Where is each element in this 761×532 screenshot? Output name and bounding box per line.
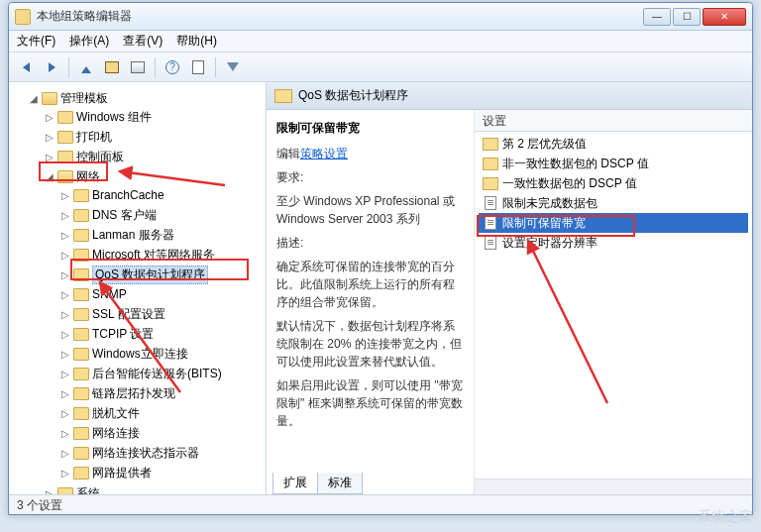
tree-node-network[interactable]: ◢ 网络 [45,167,266,185]
expand-icon[interactable]: ▷ [60,468,70,479]
menu-help[interactable]: 帮助(H) [176,33,217,50]
arrow-up-icon [81,61,91,73]
tab-extended[interactable]: 扩展 [272,473,318,494]
edit-label: 编辑 [276,147,300,160]
folder-icon [73,387,89,400]
tree-node[interactable]: ▷SSL 配置设置 [60,305,266,323]
tree-node[interactable]: ▷Microsoft 对等网络服务 [60,246,266,264]
settings-column-header[interactable]: 设置 [475,110,752,132]
tree-node[interactable]: ▷网路提供者 [60,464,266,481]
setting-item[interactable]: 设置定时器分辨率 [479,233,748,253]
description-text: 默认情况下，数据包计划程序将系统限制在 20% 的连接带宽之内，但可以使用此设置… [276,317,464,371]
folder-icon [483,177,498,190]
tree-node[interactable]: ▷Windows 组件 [45,108,266,126]
expand-icon[interactable]: ▷ [60,210,70,221]
filter-button[interactable] [222,56,244,78]
edit-policy-link[interactable]: 策略设置 [300,147,348,160]
collapse-icon[interactable]: ◢ [45,171,54,182]
tree-node-admin-templates[interactable]: ◢ 管理模板 [29,89,266,107]
tree-node[interactable]: ▷Windows立即连接 [60,345,266,363]
tree-node[interactable]: ▷后台智能传送服务(BITS) [60,365,266,382]
expand-icon[interactable]: ▷ [60,428,70,439]
back-button[interactable] [15,56,37,78]
tree-node-system[interactable]: ▷ 系统 [45,484,266,494]
tree-node[interactable]: ▷DNS 客户端 [60,206,266,224]
setting-icon [483,137,498,151]
expand-icon[interactable]: ▷ [60,190,70,201]
expand-icon[interactable]: ▷ [45,152,54,162]
tree-node[interactable]: ▷SNMP [60,285,266,303]
expand-icon[interactable]: ▷ [60,408,70,419]
detail-tabs: 扩展 标准 [267,473,362,494]
menu-file[interactable]: 文件(F) [17,33,55,50]
detail-header: QoS 数据包计划程序 [267,82,752,110]
folder-icon [73,427,89,440]
expand-icon[interactable]: ▷ [45,112,54,123]
tree-label: 网路提供者 [92,465,152,481]
folder-icon [73,368,89,380]
tree-node[interactable]: ▷网络连接状态指示器 [60,444,266,462]
expand-icon[interactable]: ▷ [45,132,54,143]
collapse-icon[interactable]: ◢ [29,93,39,104]
tree-node[interactable]: ▷Lanman 服务器 [60,226,266,244]
setting-item[interactable]: 限制未完成数据包 [479,193,748,213]
tree-label: SSL 配置设置 [92,306,165,323]
tree-node[interactable]: ▷打印机 [45,128,266,146]
detail-pane: QoS 数据包计划程序 限制可保留带宽 编辑策略设置 要求: 至少 Window… [267,82,752,494]
tree-node[interactable]: ▷QoS 数据包计划程序 [60,266,266,283]
tree-label: 链路层拓扑发现 [92,385,175,402]
expand-icon[interactable]: ▷ [60,349,70,360]
expand-icon[interactable]: ▷ [60,309,70,320]
menu-view[interactable]: 查看(V) [123,33,163,50]
tree-node[interactable]: ▷控制面板 [45,148,266,165]
show-hide-tree-button[interactable] [101,56,123,78]
maximize-button[interactable]: ☐ [673,8,701,26]
expand-icon[interactable]: ▷ [60,230,70,241]
folder-icon [73,189,89,202]
folder-icon [57,131,73,144]
expand-icon[interactable]: ▷ [45,488,54,495]
horizontal-scrollbar[interactable] [475,479,752,494]
tree-label: Microsoft 对等网络服务 [92,247,215,264]
setting-item[interactable]: 限制可保留带宽 [479,213,748,233]
up-button[interactable] [75,56,97,78]
expand-icon[interactable]: ▷ [60,369,70,379]
setting-item[interactable]: 非一致性数据包的 DSCP 值 [479,154,748,173]
window-title: 本地组策略编辑器 [37,8,643,25]
minimize-button[interactable]: — [643,8,671,26]
help-button[interactable]: ? [162,56,183,78]
tree-pane: ◢ 管理模板 ▷Windows 组件▷打印机▷控制面板 ◢ 网络 [9,82,267,494]
setting-icon [483,196,498,210]
export-button[interactable] [187,56,209,78]
tree-node[interactable]: ▷脱机文件 [60,404,266,422]
tab-standard[interactable]: 标准 [317,473,363,494]
expand-icon[interactable]: ▷ [60,269,70,280]
folder-icon [57,111,73,124]
properties-button[interactable] [127,56,149,78]
tree-label: Windows立即连接 [92,346,188,363]
setting-label: 设置定时器分辨率 [502,235,598,252]
status-text: 3 个设置 [17,498,62,512]
expand-icon[interactable]: ▷ [60,329,70,340]
tree-label: DNS 客户端 [92,207,157,224]
forward-button[interactable] [41,56,62,78]
tree-node[interactable]: ▷TCPIP 设置 [60,325,266,343]
expand-icon[interactable]: ▷ [60,448,70,459]
setting-item[interactable]: 第 2 层优先级值 [479,134,748,154]
close-button[interactable]: ✕ [703,8,746,26]
expand-icon[interactable]: ▷ [60,388,70,399]
tree-label: Windows 组件 [76,109,152,126]
expand-icon[interactable]: ▷ [60,250,70,261]
folder-icon [274,89,292,103]
tree-label: SNMP [92,287,127,301]
policy-icon [485,216,496,230]
expand-icon[interactable]: ▷ [60,289,70,300]
menu-action[interactable]: 操作(A) [69,33,109,50]
tree-node[interactable]: ▷BranchCache [60,186,266,204]
setting-label: 限制可保留带宽 [502,215,586,232]
tree-node[interactable]: ▷链路层拓扑发现 [60,384,266,402]
tree-label: QoS 数据包计划程序 [92,266,208,284]
tree-node[interactable]: ▷网络连接 [60,424,266,442]
setting-item[interactable]: 一致性数据包的 DSCP 值 [479,173,748,193]
tree-label: 网络连接状态指示器 [92,445,199,462]
